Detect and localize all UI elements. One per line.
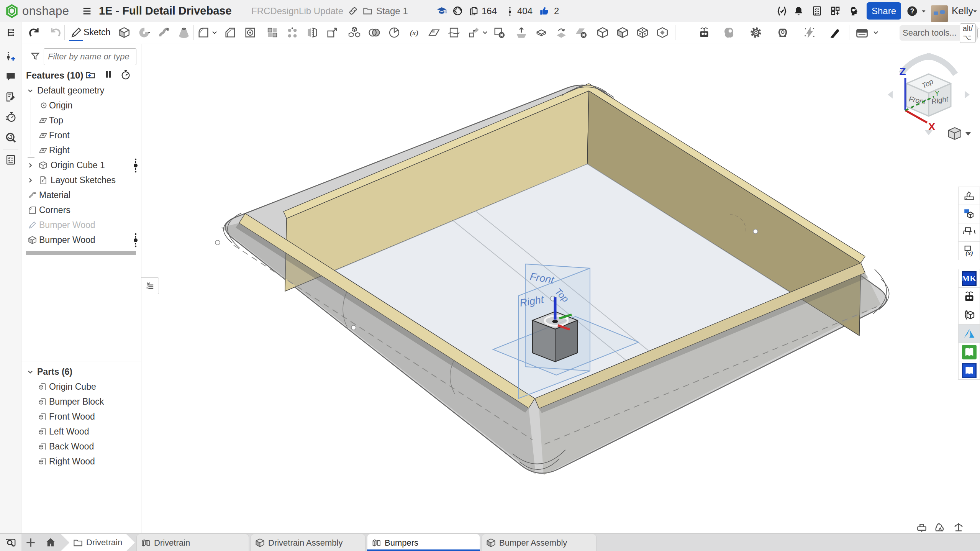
fill-surface-icon[interactable]: [555, 26, 568, 39]
home-tab-button[interactable]: [44, 536, 57, 549]
feature-handle-icon[interactable]: [133, 157, 139, 172]
table-fx-tool[interactable]: (x): [958, 242, 980, 260]
yoke-icon[interactable]: [776, 26, 789, 39]
tab-drivetrain-partstudio[interactable]: Drivetrain: [136, 534, 249, 551]
name-tag-icon[interactable]: [855, 26, 868, 39]
part-row[interactable]: Front Wood: [21, 409, 141, 424]
add-tab-button[interactable]: [25, 536, 37, 549]
cube-point-icon[interactable]: [656, 26, 669, 39]
export-cube-app[interactable]: [958, 306, 980, 325]
transform-caret-icon[interactable]: [481, 26, 489, 39]
blue-book-app[interactable]: [958, 361, 980, 380]
feature-row[interactable]: Top: [21, 113, 141, 128]
name-tag-caret-icon[interactable]: [872, 26, 880, 39]
feature-row[interactable]: Default geometry: [21, 83, 141, 98]
feature-row[interactable]: Corners: [21, 203, 141, 218]
fillet-caret-icon[interactable]: [211, 26, 218, 39]
robot-icon[interactable]: [697, 26, 710, 39]
cube-braces-tool[interactable]: [958, 223, 980, 242]
view-options-button[interactable]: [949, 128, 971, 139]
loft-icon[interactable]: [177, 26, 190, 39]
feature-handle-icon[interactable]: [133, 232, 139, 247]
green-book-app[interactable]: [958, 343, 980, 361]
hole-icon[interactable]: [244, 26, 257, 39]
learning-icon[interactable]: [436, 0, 447, 22]
likes-icon[interactable]: [539, 0, 550, 22]
fillet-icon[interactable]: [197, 26, 210, 39]
viewport-bottom-tools[interactable]: [918, 523, 963, 532]
part-row[interactable]: Origin Cube: [21, 379, 141, 394]
breadcrumb-location[interactable]: Stage 1: [376, 0, 408, 22]
extrude-icon[interactable]: [118, 26, 131, 39]
link-icon[interactable]: [348, 0, 358, 22]
blob-icon[interactable]: [723, 26, 736, 39]
plane-icon[interactable]: [428, 26, 441, 39]
cube-table-tool[interactable]: [958, 205, 980, 223]
mk-app[interactable]: MK: [958, 269, 980, 288]
redo-button[interactable]: [49, 26, 62, 39]
comments-icon[interactable]: [5, 71, 16, 82]
part-row[interactable]: Right Wood: [21, 454, 141, 469]
ai-assistant-icon[interactable]: [848, 0, 860, 22]
delete-part-icon[interactable]: [493, 26, 506, 39]
insert-folder-icon[interactable]: [85, 69, 96, 80]
part-row[interactable]: Left Wood: [21, 424, 141, 439]
tab-drivetrain-assembly[interactable]: Drivetrain Assembly: [251, 534, 365, 551]
document-menu-icon[interactable]: [82, 0, 92, 22]
circular-pattern-icon[interactable]: [286, 26, 299, 39]
revolve-icon[interactable]: [138, 26, 151, 39]
search-tools[interactable]: Search tools... alt/⌥ c: [900, 25, 978, 41]
insert-feature-icon[interactable]: [5, 51, 16, 62]
user-caret-icon[interactable]: [972, 0, 978, 22]
part-row[interactable]: Back Wood: [21, 439, 141, 454]
tab-bumpers-active[interactable]: Bumpers: [367, 534, 480, 551]
checklist-icon[interactable]: [5, 154, 16, 166]
feature-script-icon[interactable]: [776, 0, 788, 22]
rollback-bar[interactable]: [26, 251, 136, 255]
copies-icon[interactable]: [468, 0, 479, 22]
feature-row[interactable]: Bumper Wood: [21, 233, 141, 248]
lightning-icon[interactable]: [803, 26, 816, 39]
robot-app[interactable]: [958, 288, 980, 306]
user-name[interactable]: Kelly: [952, 0, 973, 22]
mirror-icon[interactable]: [306, 26, 319, 39]
avatar[interactable]: [931, 3, 948, 25]
search-tools-label[interactable]: Search tools...: [903, 28, 957, 38]
sketch-label[interactable]: Sketch: [84, 27, 110, 38]
triangle-app[interactable]: [958, 325, 980, 343]
chamfer-icon[interactable]: [224, 26, 237, 39]
feature-row[interactable]: Origin Cube 1: [21, 158, 141, 173]
linear-pattern-icon[interactable]: [266, 26, 279, 39]
versions-icon[interactable]: [505, 0, 515, 22]
sweep-icon[interactable]: [157, 26, 170, 39]
sketch-button[interactable]: [70, 26, 83, 39]
feature-row[interactable]: Front: [21, 128, 141, 143]
help-caret-icon[interactable]: [920, 0, 927, 22]
notes-icon[interactable]: [5, 91, 16, 103]
dice-icon[interactable]: [636, 26, 649, 39]
sheet-metal-icon[interactable]: [616, 26, 629, 39]
feature-list-toggle-icon[interactable]: [5, 27, 16, 38]
share-button[interactable]: Share: [867, 2, 901, 20]
feature-row[interactable]: Layout Sketches: [21, 173, 141, 188]
notifications-icon[interactable]: [793, 0, 804, 22]
feature-row-suppressed[interactable]: Bumper Wood: [21, 218, 141, 233]
filter-input[interactable]: [44, 48, 136, 65]
variable-icon[interactable]: [408, 26, 421, 39]
3d-viewport[interactable]: Front Right Top Top Front Right: [141, 44, 980, 533]
thicken-icon[interactable]: [515, 26, 528, 39]
delete-face-icon[interactable]: [575, 26, 588, 39]
search-features-icon[interactable]: [5, 132, 16, 143]
feature-row[interactable]: Right: [21, 143, 141, 158]
public-icon[interactable]: [452, 0, 463, 22]
tab-drivetrain-folder[interactable]: Drivetrain: [61, 534, 135, 551]
enclose-icon[interactable]: [535, 26, 548, 39]
undo-button[interactable]: [28, 26, 41, 39]
heartbeat-icon[interactable]: [120, 69, 131, 80]
help-icon[interactable]: [906, 0, 918, 22]
apps-icon[interactable]: [830, 0, 841, 22]
tab-bumper-assembly[interactable]: Bumper Assembly: [482, 534, 597, 551]
search-tabs-icon[interactable]: [0, 534, 21, 551]
view-cube[interactable]: Top Front Right Z X Y: [888, 55, 970, 135]
derived-icon[interactable]: [326, 26, 339, 39]
